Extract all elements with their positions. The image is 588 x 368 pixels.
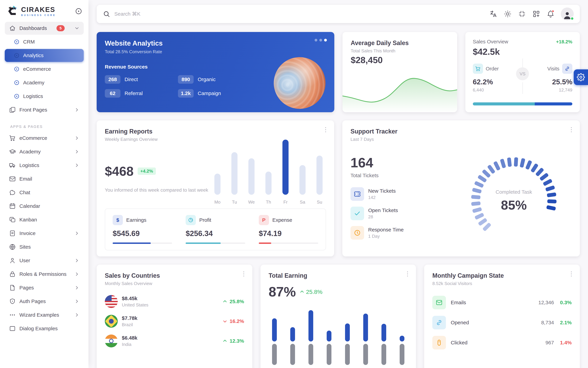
- sidebar-item-label: Logistics: [23, 93, 43, 99]
- card-subtitle: Monthly Sales Overview: [105, 281, 244, 286]
- country-row-us: $8.45kUnited States 25.8%: [105, 295, 244, 308]
- sidebar-item-wizard-examples[interactable]: Wizard Examples: [5, 308, 84, 322]
- sidebar: CIRAKES BUSINESS CORE Dashboards 5 CRM A…: [0, 0, 88, 368]
- minimize-icon[interactable]: [518, 10, 526, 18]
- sidebar-item-sites[interactable]: Sites: [5, 240, 84, 253]
- kebab-menu-icon[interactable]: ⋮: [404, 271, 411, 277]
- chevron-up-icon: [222, 338, 228, 344]
- mail-icon: [9, 175, 16, 183]
- sales-delta: +18.2%: [556, 39, 572, 45]
- gear-icon: [577, 73, 585, 81]
- search-input[interactable]: [114, 11, 223, 17]
- monthly-campaign-card: Monthly Campaign State 8.52k Social Visi…: [424, 265, 580, 368]
- brand-name: CIRAKES: [21, 6, 56, 13]
- bell-icon[interactable]: [546, 10, 555, 18]
- radio-icon: [14, 66, 20, 72]
- clock-icon: [350, 226, 364, 239]
- dots-icon: [9, 311, 16, 319]
- sidebar-item-academy-dash[interactable]: Academy: [5, 76, 84, 89]
- main-content: Website Analytics Total 28.5% Conversion…: [88, 0, 588, 368]
- kebab-menu-icon[interactable]: ⋮: [568, 127, 574, 133]
- earnings-delta-badge: +4.2%: [138, 167, 156, 175]
- chevron-right-icon: [74, 149, 80, 154]
- sidebar-item-label: Pages: [19, 285, 34, 291]
- carousel-dot[interactable]: [315, 39, 317, 41]
- chevron-right-icon: [74, 258, 80, 263]
- sidebar-item-roles-permissions[interactable]: Roles & Permissions: [5, 268, 84, 281]
- us-flag-icon: [105, 295, 118, 308]
- sidebar-item-academy[interactable]: Academy: [5, 145, 84, 158]
- sidebar-item-label: Academy: [23, 80, 44, 85]
- online-status-dot: [570, 17, 574, 20]
- sidebar-item-label: User: [19, 258, 30, 263]
- india-flag-icon: [105, 334, 118, 347]
- card-title: Support Tracker: [350, 128, 572, 135]
- page-icon: [9, 284, 16, 291]
- chevron-right-icon: [74, 312, 80, 318]
- sidebar-item-kanban[interactable]: Kanban: [5, 213, 84, 226]
- sidebar-item-calendar[interactable]: Calendar: [5, 200, 84, 212]
- search-bar[interactable]: [103, 10, 489, 18]
- graduation-cap-icon: [9, 148, 16, 155]
- chat-icon: [9, 189, 16, 196]
- chevron-right-icon: [74, 285, 80, 290]
- ticket-icon: [350, 187, 364, 201]
- sidebar-item-auth-pages[interactable]: Auth Pages: [5, 295, 84, 308]
- theme-customizer-button[interactable]: [574, 69, 588, 85]
- sidebar-item-label: Roles & Permissions: [19, 271, 66, 277]
- carousel-dots: [315, 39, 327, 41]
- check-icon: [350, 207, 364, 220]
- sidebar-item-label: Email: [19, 176, 32, 182]
- sidebar-item-logistics-dash[interactable]: Logistics: [5, 90, 84, 103]
- sidebar-item-dialog-examples[interactable]: Dialog Examples: [5, 322, 84, 335]
- carousel-dot[interactable]: [319, 39, 322, 41]
- total-sales-amount: $28,450: [351, 55, 449, 65]
- sidebar-item-invoice[interactable]: Invoice: [5, 227, 84, 240]
- sidebar-item-ecommerce-dash[interactable]: eCommerce: [5, 63, 84, 75]
- visits-percent: 25.5%: [523, 78, 572, 86]
- campaign-row-emails: Emails 12,346 0.3%: [432, 296, 572, 309]
- sidebar-item-pages[interactable]: Pages: [5, 281, 84, 294]
- sidebar-item-ecommerce[interactable]: eCommerce: [5, 132, 84, 145]
- vs-divider: VS: [516, 67, 529, 80]
- kebab-menu-icon[interactable]: ⋮: [323, 127, 329, 133]
- chevron-right-icon: [74, 299, 80, 304]
- sales-overview-card: Sales Overview +18.2% $42.5k Order 62.2%…: [465, 32, 580, 112]
- expense-stat: PExpense $74.19: [259, 215, 318, 244]
- sun-icon[interactable]: [504, 10, 512, 18]
- language-icon[interactable]: [489, 10, 497, 18]
- sidebar-pin-icon[interactable]: [75, 8, 82, 15]
- sidebar-item-label: Dashboards: [19, 25, 47, 31]
- shortcuts-icon[interactable]: [532, 10, 540, 18]
- carousel-dot-active[interactable]: [324, 39, 327, 41]
- sidebar-item-user[interactable]: User: [5, 254, 84, 267]
- avatar[interactable]: [561, 8, 574, 20]
- sidebar-item-front-pages[interactable]: Front Pages: [5, 103, 84, 116]
- sidebar-item-label: Chat: [19, 190, 30, 195]
- country-row-brazil: $7.78kBrazil 16.2%: [105, 315, 244, 328]
- chevron-right-icon: [74, 107, 80, 113]
- radio-icon: [14, 80, 20, 86]
- sidebar-item-dashboards[interactable]: Dashboards 5: [5, 22, 84, 35]
- chevron-right-icon: [74, 271, 80, 277]
- dashboards-badge: 5: [56, 25, 65, 31]
- sidebar-section-label: APPS & PAGES: [10, 124, 88, 129]
- truck-icon: [9, 162, 16, 169]
- sidebar-item-chat[interactable]: Chat: [5, 186, 84, 199]
- sidebar-item-analytics[interactable]: Analytics: [5, 49, 84, 62]
- sidebar-item-email[interactable]: Email: [5, 172, 84, 185]
- link-icon[interactable]: [562, 64, 572, 74]
- sidebar-item-crm[interactable]: CRM: [5, 35, 84, 48]
- total-earning-bars: [272, 310, 405, 365]
- card-title: Average Daily Sales: [351, 39, 449, 46]
- kebab-menu-icon[interactable]: ⋮: [241, 271, 247, 277]
- average-daily-sales-card: Average Daily Sales Total Sales This Mon…: [343, 32, 457, 112]
- brand-logo-icon: [7, 5, 18, 17]
- campaign-row-opened: Opened 8,734 2.1%: [432, 316, 572, 329]
- cart-icon: [473, 64, 483, 74]
- card-title: Website Analytics: [105, 39, 326, 47]
- sidebar-item-logistics[interactable]: Logistics: [5, 159, 84, 172]
- sidebar-item-label: Auth Pages: [19, 298, 46, 304]
- kebab-menu-icon[interactable]: ⋮: [568, 271, 574, 277]
- earnings-stat: $Earnings $545.69: [113, 215, 172, 244]
